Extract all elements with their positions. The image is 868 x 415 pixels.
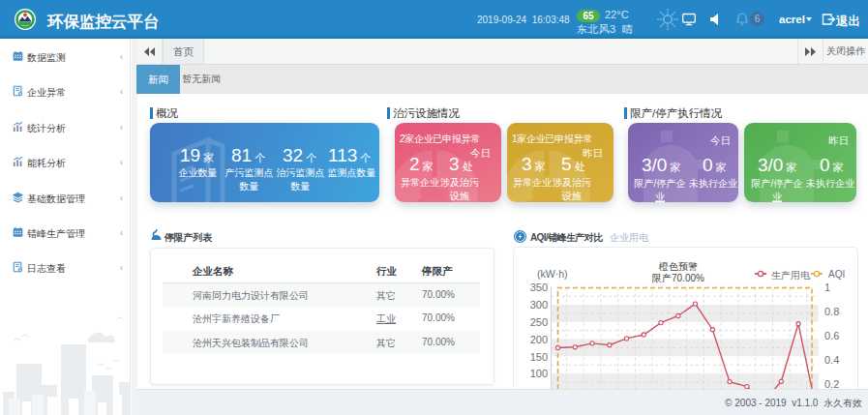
- svg-text:1: 1: [824, 282, 830, 293]
- svg-text:150: 150: [530, 351, 548, 363]
- svg-text:0.2: 0.2: [824, 378, 839, 390]
- svg-text:350: 350: [530, 282, 548, 293]
- svg-text:100: 100: [530, 368, 548, 379]
- svg-text:300: 300: [530, 299, 548, 311]
- svg-text:200: 200: [530, 334, 548, 345]
- svg-text:250: 250: [530, 316, 548, 328]
- svg-text:0.4: 0.4: [824, 354, 839, 366]
- svg-text:0.6: 0.6: [824, 330, 839, 341]
- svg-text:0.8: 0.8: [824, 306, 839, 317]
